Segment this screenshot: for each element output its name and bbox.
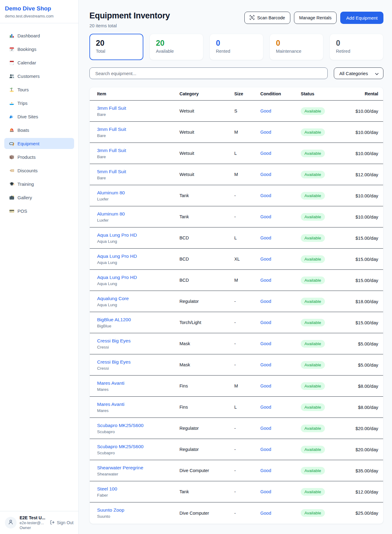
item-link[interactable]: 5mm Full Suit: [97, 169, 126, 174]
item-link[interactable]: BigBlue AL1200: [97, 317, 131, 322]
cell-condition[interactable]: Good: [260, 468, 301, 473]
cell-condition[interactable]: Good: [260, 405, 301, 410]
table-row: Suunto ZoopSuuntoDive Computer-GoodAvail…: [90, 502, 383, 524]
sign-out-button[interactable]: Sign Out: [50, 520, 74, 526]
cell-rental: $12.00/day: [344, 172, 378, 177]
table-row: BigBlue AL1200BigBlueTorch/Light-GoodAva…: [90, 312, 383, 333]
sidebar-item-boats[interactable]: Boats: [4, 124, 74, 135]
island-icon: [9, 86, 15, 93]
stat-card-rented[interactable]: 0Rented: [209, 34, 263, 60]
item-brand: Bare: [97, 154, 179, 159]
cell-item: Suunto ZoopSuunto: [97, 507, 179, 519]
cell-rental: $20.00/day: [344, 426, 378, 431]
brand-name[interactable]: Demo Dive Shop: [5, 5, 74, 12]
cell-condition[interactable]: Good: [260, 299, 301, 304]
cell-condition[interactable]: Good: [260, 109, 301, 113]
category-select[interactable]: All Categories: [334, 67, 383, 79]
item-link[interactable]: Shearwater Peregrine: [97, 465, 143, 470]
cell-size: -: [234, 426, 260, 431]
cell-condition[interactable]: Good: [260, 151, 301, 156]
camera-icon: [9, 194, 15, 200]
cell-condition[interactable]: Good: [260, 257, 301, 261]
stat-label: Available: [156, 49, 197, 54]
cell-category: Regulator: [179, 426, 234, 431]
credit-card-icon: [9, 208, 15, 214]
stat-card-total[interactable]: 20Total: [89, 34, 143, 60]
sidebar-item-gallery[interactable]: Gallery: [4, 192, 74, 203]
item-brand: Suunto: [97, 514, 179, 519]
item-link[interactable]: Aqua Lung Pro HD: [97, 232, 137, 238]
sidebar-item-dive-sites[interactable]: Dive Sites: [4, 111, 74, 122]
item-link[interactable]: Scubapro MK25/S600: [97, 444, 144, 449]
box-icon: [9, 154, 15, 160]
item-link[interactable]: 3mm Full Suit: [97, 148, 126, 153]
search-input[interactable]: [89, 67, 328, 79]
sidebar-item-discounts[interactable]: Discounts: [4, 165, 74, 176]
cell-condition[interactable]: Good: [260, 193, 301, 198]
stat-card-available[interactable]: 20Available: [149, 34, 203, 60]
item-link[interactable]: Aluminum 80: [97, 190, 125, 195]
cell-condition[interactable]: Good: [260, 426, 301, 431]
cell-condition[interactable]: Good: [260, 362, 301, 367]
item-link[interactable]: Cressi Big Eyes: [97, 338, 130, 343]
user-email: e2e-tester@...: [20, 521, 47, 525]
item-link[interactable]: Suunto Zoop: [97, 507, 124, 513]
sidebar-item-customers[interactable]: Customers: [4, 71, 74, 82]
sidebar-item-equipment[interactable]: Equipment: [4, 138, 74, 149]
add-equipment-button[interactable]: Add Equipment: [340, 12, 383, 24]
cell-condition[interactable]: Good: [260, 235, 301, 240]
cell-item: Mares AvantiMares: [97, 402, 179, 413]
item-link[interactable]: Mares Avanti: [97, 380, 124, 386]
cell-size: -: [234, 511, 260, 516]
header-actions: Scan Barcode Manage Rentals Add Equipmen…: [244, 12, 383, 24]
app-window: Demo Dive Shop demo.test.divestreams.com…: [0, 0, 392, 534]
stat-card-maintenance[interactable]: 0Maintenance: [270, 34, 323, 60]
cell-rental: $8.00/day: [344, 405, 378, 410]
item-link[interactable]: Aqua Lung Pro HD: [97, 275, 137, 280]
cell-condition[interactable]: Good: [260, 489, 301, 494]
item-link[interactable]: Aqua Lung Pro HD: [97, 254, 137, 259]
cell-size: -: [234, 299, 260, 304]
sidebar-item-dashboard[interactable]: Dashboard: [4, 30, 74, 41]
cell-condition[interactable]: Good: [260, 130, 301, 135]
item-link[interactable]: 3mm Full Suit: [97, 127, 126, 132]
cell-size: M: [234, 172, 260, 177]
item-link[interactable]: Scubapro MK25/S600: [97, 423, 144, 428]
sidebar-item-label: Calendar: [17, 60, 36, 65]
sidebar-item-label: Training: [17, 181, 34, 187]
cell-condition[interactable]: Good: [260, 447, 301, 452]
person-icon: [8, 519, 14, 526]
cell-condition[interactable]: Good: [260, 341, 301, 346]
item-brand: Mares: [97, 387, 179, 392]
cell-size: -: [234, 489, 260, 494]
cell-condition[interactable]: Good: [260, 214, 301, 219]
manage-rentals-button[interactable]: Manage Rentals: [294, 12, 337, 24]
cell-condition[interactable]: Good: [260, 278, 301, 283]
item-link[interactable]: Cressi Big Eyes: [97, 359, 130, 364]
item-link[interactable]: Aluminum 80: [97, 211, 125, 216]
cell-condition[interactable]: Good: [260, 320, 301, 325]
sidebar-item-tours[interactable]: Tours: [4, 84, 74, 95]
sidebar-item-products[interactable]: Products: [4, 151, 74, 162]
sidebar-item-trips[interactable]: Trips: [4, 97, 74, 109]
cell-condition[interactable]: Good: [260, 511, 301, 516]
sidebar-item-bookings[interactable]: 17Bookings: [4, 44, 74, 55]
status-badge: Available: [301, 255, 325, 263]
stat-card-retired[interactable]: 0Retired: [330, 34, 383, 60]
item-link[interactable]: 3mm Full Suit: [97, 105, 126, 111]
sidebar-item-calendar[interactable]: Calendar: [4, 57, 74, 68]
cell-size: -: [234, 214, 260, 219]
column-header-item: Item: [97, 91, 179, 96]
cell-condition[interactable]: Good: [260, 172, 301, 177]
sidebar-item-label: Bookings: [17, 47, 36, 52]
item-link[interactable]: Mares Avanti: [97, 402, 124, 407]
cell-size: M: [234, 383, 260, 388]
stat-label: Rented: [216, 49, 257, 54]
item-link[interactable]: Aqualung Core: [97, 296, 129, 301]
cell-condition[interactable]: Good: [260, 383, 301, 388]
sidebar-item-pos[interactable]: POS: [4, 205, 74, 216]
sidebar-item-training[interactable]: Training: [4, 178, 74, 189]
scan-barcode-button[interactable]: Scan Barcode: [244, 12, 290, 24]
item-link[interactable]: Steel 100: [97, 486, 117, 491]
dive-mask-icon: [9, 140, 15, 147]
